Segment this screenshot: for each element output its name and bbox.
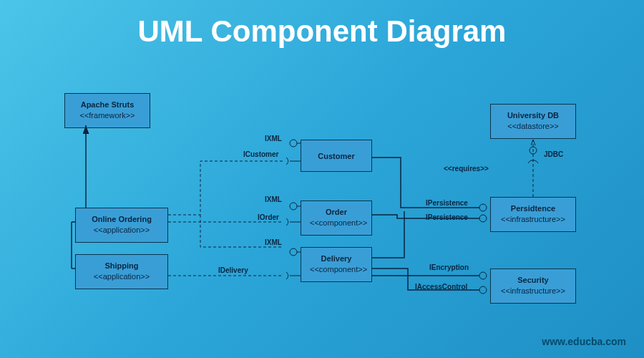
label-ixml: IXML bbox=[265, 195, 282, 203]
component-stereo: <<application>> bbox=[84, 225, 159, 236]
label-ipersistence: IPersistence bbox=[426, 199, 468, 207]
component-shipping: Shipping <<application>> bbox=[75, 254, 168, 289]
component-name: University DB bbox=[499, 110, 567, 121]
svg-point-10 bbox=[290, 248, 297, 256]
svg-point-13 bbox=[479, 204, 487, 211]
connector-canvas bbox=[0, 0, 644, 358]
label-iorder: IOrder bbox=[258, 213, 279, 221]
svg-point-18 bbox=[530, 147, 537, 154]
component-stereo: <<component>> bbox=[310, 264, 363, 275]
watermark: www.educba.com bbox=[542, 336, 626, 347]
component-stereo: <<framework>> bbox=[74, 110, 141, 121]
component-university: University DB <<datastore>> bbox=[490, 104, 576, 139]
label-ipersistence: IPersistence bbox=[426, 213, 468, 221]
component-name: Online Ordering bbox=[84, 214, 159, 225]
label-icustomer: ICustomer bbox=[243, 150, 278, 158]
component-order: Order <<component>> bbox=[301, 200, 372, 236]
label-idelivery: IDelivery bbox=[218, 266, 248, 274]
svg-point-15 bbox=[479, 272, 487, 279]
page-title: UML Component Diagram bbox=[0, 0, 644, 49]
svg-point-4 bbox=[290, 140, 297, 147]
component-apache: Apache Struts <<framework>> bbox=[64, 93, 150, 128]
component-name: Security bbox=[499, 275, 567, 286]
svg-point-7 bbox=[290, 203, 297, 210]
label-iaccesscontrol: IAccessControl bbox=[415, 283, 467, 291]
component-security: Security <<infrastructure>> bbox=[490, 268, 576, 304]
component-stereo: <<component>> bbox=[310, 218, 363, 228]
component-name: Shipping bbox=[84, 261, 159, 271]
component-stereo: <<infrastructure>> bbox=[499, 214, 567, 225]
component-customer: Customer bbox=[301, 140, 372, 172]
label-ixml: IXML bbox=[265, 135, 282, 142]
label-jdbc: JDBC bbox=[544, 150, 563, 158]
component-delivery: Delivery <<component>> bbox=[301, 247, 372, 282]
label-ixml: IXML bbox=[265, 238, 282, 246]
label-requires: <<requires>> bbox=[444, 165, 489, 173]
component-online: Online Ordering <<application>> bbox=[75, 208, 168, 243]
svg-point-14 bbox=[479, 215, 487, 222]
label-iencryption: IEncryption bbox=[429, 263, 469, 271]
component-name: Delivery bbox=[310, 253, 363, 264]
component-stereo: <<application>> bbox=[84, 271, 159, 282]
component-stereo: <<datastore>> bbox=[499, 121, 567, 132]
component-persistence: Persidtence <<infrastructure>> bbox=[490, 197, 576, 232]
component-name: Apache Struts bbox=[74, 100, 141, 110]
component-stereo: <<infrastructure>> bbox=[499, 286, 567, 296]
component-name: Customer bbox=[310, 151, 363, 162]
component-name: Persidtence bbox=[499, 203, 567, 214]
svg-point-16 bbox=[479, 286, 487, 294]
component-name: Order bbox=[310, 207, 363, 218]
